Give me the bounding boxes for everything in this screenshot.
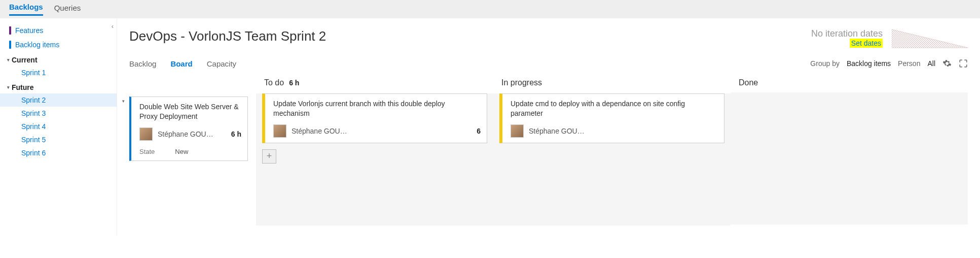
chevron-down-icon: ▾: [7, 57, 10, 62]
fullscreen-icon[interactable]: [959, 59, 968, 68]
sidebar-link-backlog-items[interactable]: Backlog items: [0, 38, 117, 52]
gear-icon[interactable]: [942, 59, 952, 68]
tab-backlogs[interactable]: Backlogs: [9, 3, 43, 16]
sidebar-item-sprint-1[interactable]: Sprint 1: [0, 66, 117, 79]
board-controls: Group by Backlog items Person All: [810, 59, 968, 68]
page-title: DevOps - VorlonJS Team Sprint 2: [129, 28, 326, 44]
view-tab-backlog[interactable]: Backlog: [129, 59, 156, 68]
top-tab-bar: Backlogs Queries: [0, 0, 980, 18]
avatar: [139, 127, 153, 141]
chevron-down-icon[interactable]: ▾: [122, 99, 125, 104]
card-assignee: Stéphane GOU…: [292, 127, 471, 135]
sidebar-group-current[interactable]: ▾ Current: [0, 52, 117, 66]
card-title: Double Web Site Web Server & Proxy Deplo…: [139, 102, 241, 121]
column-header: To do: [264, 78, 284, 87]
column-header: In progress: [501, 78, 542, 87]
card-title: Update Vorlonjs current branch with this…: [273, 99, 481, 118]
task-card[interactable]: Update cmd to deploy with a dependance o…: [499, 93, 724, 143]
group-by-value[interactable]: Backlog items: [847, 59, 891, 68]
sidebar-group-label: Future: [12, 83, 34, 91]
card-title: Update cmd to deploy with a dependance o…: [511, 99, 718, 118]
view-tab-capacity[interactable]: Capacity: [207, 59, 236, 68]
sidebar-item-sprint-5[interactable]: Sprint 5: [0, 133, 117, 146]
sidebar-group-future[interactable]: ▾ Future: [0, 79, 117, 93]
sidebar-group-label: Current: [12, 56, 38, 64]
sidebar-label-features: Features: [15, 26, 43, 35]
sidebar-label-backlog-items: Backlog items: [15, 41, 59, 49]
card-hours: 6 h: [231, 130, 241, 138]
add-card-button[interactable]: +: [262, 149, 276, 164]
sidebar-item-sprint-4[interactable]: Sprint 4: [0, 120, 117, 133]
sidebar-link-features[interactable]: Features: [0, 23, 117, 38]
main-content: DevOps - VorlonJS Team Sprint 2 No itera…: [117, 18, 980, 236]
kanban-board: ▾ Double Web Site Web Server & Proxy Dep…: [129, 78, 968, 225]
iteration-dates-block: No iteration dates Set dates: [811, 28, 968, 49]
card-assignee: Stéphane GOU…: [529, 127, 718, 135]
svg-marker-0: [892, 29, 968, 48]
board-column-todo: To do 6 h Update Vorlonjs current branch…: [256, 78, 493, 225]
person-value[interactable]: All: [927, 59, 935, 68]
sidebar-item-sprint-2[interactable]: Sprint 2: [0, 93, 117, 107]
card-assignee: Stéphane GOU…: [158, 130, 226, 138]
view-tab-board[interactable]: Board: [170, 59, 192, 68]
features-color-icon: [9, 26, 11, 35]
backlog-color-icon: [9, 41, 11, 49]
burndown-chart-icon[interactable]: [892, 28, 968, 49]
card-hours: 6: [477, 127, 481, 135]
board-column-inprogress: In progress Update cmd to deploy with a …: [493, 78, 731, 225]
column-hours: 6 h: [289, 79, 299, 87]
sidebar-item-sprint-6[interactable]: Sprint 6: [0, 146, 117, 159]
board-column-done: Done: [731, 78, 968, 224]
chevron-down-icon: ▾: [7, 85, 10, 90]
card-state-value: New: [175, 148, 188, 155]
task-card[interactable]: Update Vorlonjs current branch with this…: [262, 93, 487, 143]
sidebar-item-sprint-3[interactable]: Sprint 3: [0, 107, 117, 120]
board-column-backlog: ▾ Double Web Site Web Server & Proxy Dep…: [129, 78, 256, 161]
set-dates-link[interactable]: Set dates: [850, 39, 883, 48]
group-by-label: Group by: [810, 59, 840, 68]
sidebar-collapse-icon[interactable]: ‹: [112, 22, 114, 30]
card-state-label: State: [139, 148, 155, 155]
tab-queries[interactable]: Queries: [54, 4, 81, 15]
person-label: Person: [898, 59, 920, 68]
no-iteration-dates-label: No iteration dates: [811, 28, 883, 39]
avatar: [511, 124, 524, 138]
view-tabs: Backlog Board Capacity: [129, 59, 236, 68]
avatar: [273, 124, 286, 138]
column-header: Done: [739, 78, 758, 87]
sidebar: ‹ Features Backlog items ▾ Current Sprin…: [0, 18, 117, 236]
backlog-item-card[interactable]: Double Web Site Web Server & Proxy Deplo…: [129, 96, 248, 161]
